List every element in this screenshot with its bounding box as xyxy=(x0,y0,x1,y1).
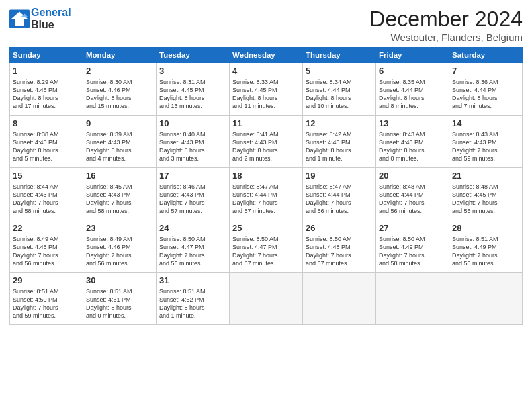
day-info-line: and 58 minutes. xyxy=(86,207,153,215)
day-number: 25 xyxy=(232,222,300,234)
calendar-cell: 6Sunrise: 8:35 AMSunset: 4:44 PMDaylight… xyxy=(376,63,449,116)
day-number: 24 xyxy=(159,222,226,234)
day-info-line: Daylight: 8 hours xyxy=(159,146,226,154)
header-cell-monday: Monday xyxy=(83,48,157,63)
day-number: 23 xyxy=(86,222,153,234)
day-info-line: Daylight: 7 hours xyxy=(452,146,519,154)
page: General Blue December 2024 Westouter, Fl… xyxy=(0,0,532,332)
calendar-cell xyxy=(449,273,523,325)
day-number: 15 xyxy=(13,170,80,182)
day-info-line: Sunrise: 8:43 AM xyxy=(379,130,446,138)
day-info-line: Sunrise: 8:47 AM xyxy=(232,183,300,191)
day-info-line: Daylight: 8 hours xyxy=(13,146,80,154)
day-info-line: Sunrise: 8:45 AM xyxy=(86,183,153,191)
day-number: 3 xyxy=(159,65,226,77)
day-info-line: Daylight: 8 hours xyxy=(306,146,373,154)
day-info-line: Daylight: 7 hours xyxy=(159,199,226,207)
day-info-line: Sunrise: 8:51 AM xyxy=(452,235,519,243)
calendar-cell: 19Sunrise: 8:47 AMSunset: 4:44 PMDayligh… xyxy=(303,168,376,220)
header-cell-tuesday: Tuesday xyxy=(157,48,230,63)
day-info-line: Sunrise: 8:42 AM xyxy=(306,130,373,138)
day-info-line: and 8 minutes. xyxy=(379,102,446,110)
day-number: 20 xyxy=(379,170,446,182)
day-info-line: Sunset: 4:43 PM xyxy=(13,191,80,199)
day-info-line: Sunset: 4:43 PM xyxy=(452,138,519,146)
day-number: 12 xyxy=(306,118,373,130)
day-number: 6 xyxy=(379,65,446,77)
day-info-line: Sunset: 4:47 PM xyxy=(159,243,226,251)
header: General Blue December 2024 Westouter, Fl… xyxy=(9,7,523,43)
day-info-line: and 57 minutes. xyxy=(306,259,373,267)
day-number: 19 xyxy=(306,170,373,182)
day-info-line: Daylight: 7 hours xyxy=(86,251,153,259)
calendar-cell: 28Sunrise: 8:51 AMSunset: 4:49 PMDayligh… xyxy=(449,220,523,273)
day-info-line: and 56 minutes. xyxy=(13,259,80,267)
day-info-line: and 0 minutes. xyxy=(86,312,153,320)
day-info-line: Sunrise: 8:35 AM xyxy=(379,78,446,86)
day-info-line: Sunset: 4:43 PM xyxy=(379,138,446,146)
day-info-line: Sunrise: 8:47 AM xyxy=(306,183,373,191)
day-info-line: Sunset: 4:43 PM xyxy=(159,138,226,146)
title-block: December 2024 Westouter, Flanders, Belgi… xyxy=(369,7,523,43)
day-number: 27 xyxy=(379,222,446,234)
day-number: 26 xyxy=(306,222,373,234)
day-number: 22 xyxy=(13,222,80,234)
main-title: December 2024 xyxy=(369,7,523,32)
calendar-cell xyxy=(230,273,303,325)
header-cell-friday: Friday xyxy=(376,48,449,63)
calendar-cell: 5Sunrise: 8:34 AMSunset: 4:44 PMDaylight… xyxy=(303,63,376,116)
day-info-line: and 0 minutes. xyxy=(379,154,446,163)
day-info-line: Sunrise: 8:48 AM xyxy=(379,183,446,191)
day-info-line: Daylight: 7 hours xyxy=(379,199,446,207)
calendar-cell: 3Sunrise: 8:31 AMSunset: 4:45 PMDaylight… xyxy=(157,63,230,116)
calendar-table: SundayMondayTuesdayWednesdayThursdayFrid… xyxy=(9,47,523,325)
day-info-line: Daylight: 8 hours xyxy=(159,94,226,102)
day-info-line: Sunset: 4:46 PM xyxy=(13,86,80,94)
calendar-cell: 22Sunrise: 8:49 AMSunset: 4:45 PMDayligh… xyxy=(10,220,83,273)
day-info-line: Daylight: 7 hours xyxy=(452,251,519,259)
day-info-line: Daylight: 8 hours xyxy=(13,94,80,102)
day-number: 2 xyxy=(86,65,153,77)
day-info-line: Daylight: 7 hours xyxy=(306,199,373,207)
day-info-line: Sunset: 4:44 PM xyxy=(452,86,519,94)
day-info-line: Sunset: 4:51 PM xyxy=(86,295,153,304)
day-info-line: Sunrise: 8:44 AM xyxy=(13,183,80,191)
header-cell-sunday: Sunday xyxy=(10,48,83,63)
day-number: 28 xyxy=(452,222,519,234)
day-info-line: Sunset: 4:44 PM xyxy=(379,86,446,94)
day-number: 7 xyxy=(452,65,519,77)
day-info-line: and 56 minutes. xyxy=(452,207,519,215)
day-info-line: Sunrise: 8:51 AM xyxy=(159,287,226,295)
calendar-header-row: SundayMondayTuesdayWednesdayThursdayFrid… xyxy=(10,48,523,63)
calendar-cell: 11Sunrise: 8:41 AMSunset: 4:43 PMDayligh… xyxy=(230,116,303,168)
day-info-line: Sunset: 4:49 PM xyxy=(452,243,519,251)
day-number: 18 xyxy=(232,170,300,182)
calendar-cell xyxy=(303,273,376,325)
day-info-line: Sunset: 4:45 PM xyxy=(13,243,80,251)
calendar-cell: 2Sunrise: 8:30 AMSunset: 4:46 PMDaylight… xyxy=(83,63,157,116)
day-info-line: Sunset: 4:43 PM xyxy=(13,138,80,146)
day-info-line: and 1 minute. xyxy=(159,312,226,320)
day-info-line: Sunrise: 8:30 AM xyxy=(86,78,153,86)
day-info-line: Sunset: 4:43 PM xyxy=(232,138,300,146)
calendar-cell: 7Sunrise: 8:36 AMSunset: 4:44 PMDaylight… xyxy=(449,63,523,116)
day-number: 16 xyxy=(86,170,153,182)
day-number: 9 xyxy=(86,118,153,130)
day-info-line: Daylight: 7 hours xyxy=(232,199,300,207)
day-number: 10 xyxy=(159,118,226,130)
day-info-line: Sunset: 4:46 PM xyxy=(86,86,153,94)
calendar-cell: 26Sunrise: 8:50 AMSunset: 4:48 PMDayligh… xyxy=(303,220,376,273)
day-info-line: Sunrise: 8:51 AM xyxy=(13,287,80,295)
day-info-line: and 56 minutes. xyxy=(306,207,373,215)
calendar-cell: 31Sunrise: 8:51 AMSunset: 4:52 PMDayligh… xyxy=(157,273,230,325)
day-info-line: Sunrise: 8:48 AM xyxy=(452,183,519,191)
day-info-line: and 56 minutes. xyxy=(159,259,226,267)
day-number: 13 xyxy=(379,118,446,130)
day-number: 14 xyxy=(452,118,519,130)
calendar-cell: 18Sunrise: 8:47 AMSunset: 4:44 PMDayligh… xyxy=(230,168,303,220)
day-info-line: Sunset: 4:48 PM xyxy=(306,243,373,251)
calendar-cell xyxy=(376,273,449,325)
calendar-cell: 24Sunrise: 8:50 AMSunset: 4:47 PMDayligh… xyxy=(157,220,230,273)
calendar-body: 1Sunrise: 8:29 AMSunset: 4:46 PMDaylight… xyxy=(10,63,523,325)
day-info-line: Sunset: 4:44 PM xyxy=(306,191,373,199)
